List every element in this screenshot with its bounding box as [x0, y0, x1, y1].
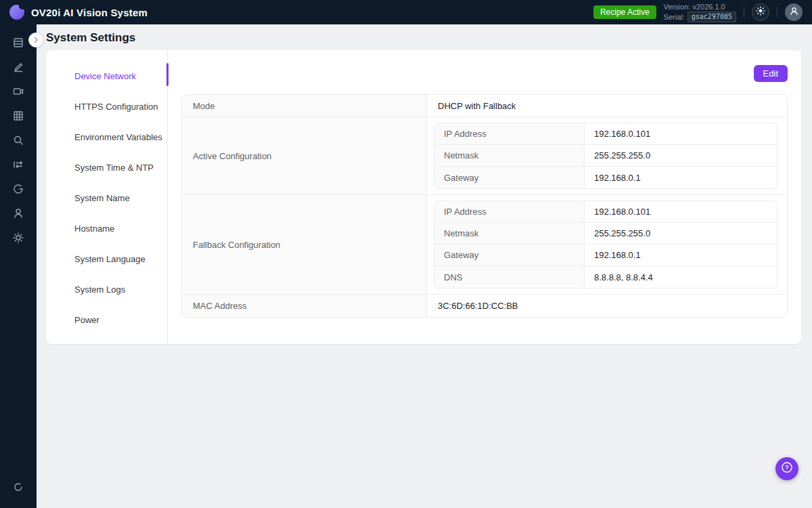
table-row-fallback-configuration: Fallback Configuration IP Address 192.16…: [182, 195, 787, 295]
version-text: Version: v2026.1.0: [664, 2, 736, 12]
menu-item-system-time-ntp[interactable]: System Time & NTP: [46, 152, 167, 183]
nav-search-icon[interactable]: [6, 128, 30, 152]
menu-item-label: Power: [74, 315, 99, 325]
menu-item-power[interactable]: Power: [46, 305, 167, 335]
settings-menu: Device Network HTTPS Configuration Envir…: [46, 50, 168, 344]
row-label: Active Configuration: [182, 117, 427, 194]
field-label: DNS: [434, 266, 585, 288]
menu-item-https-configuration[interactable]: HTTPS Configuration: [46, 91, 167, 122]
menu-item-hostname[interactable]: Hostname: [46, 213, 167, 244]
network-settings-table: Mode DHCP with Fallback Active Configura…: [181, 94, 788, 318]
topbar-divider: [777, 7, 777, 18]
subtable-row-ip-address: IP Address 192.168.0.101: [434, 123, 777, 145]
fallback-configuration-subtable: IP Address 192.168.0.101 Netmask 255.255…: [434, 200, 777, 289]
field-value: 192.168.0.101: [585, 123, 777, 144]
row-value: DHCP with Fallback: [427, 95, 787, 117]
serial-value: gsac297085: [687, 12, 736, 22]
field-label: Gateway: [434, 245, 585, 266]
question-mark-icon: ?: [780, 461, 794, 477]
subtable-row-netmask: Netmask 255.255.255.0: [434, 223, 777, 245]
field-value: 8.8.8.8, 8.8.4.4: [585, 266, 777, 288]
menu-item-label: System Language: [74, 254, 145, 264]
theme-toggle-button[interactable]: [752, 3, 769, 21]
menu-item-label: System Logs: [74, 284, 125, 295]
field-label: IP Address: [434, 201, 585, 222]
menu-item-label: System Name: [74, 193, 130, 203]
row-label: Fallback Configuration: [182, 195, 427, 294]
nav-grid-icon[interactable]: [6, 104, 30, 128]
device-network-panel: Edit Mode DHCP with Fallback Active Conf…: [168, 50, 801, 344]
topbar-divider: [744, 7, 744, 18]
menu-item-system-language[interactable]: System Language: [46, 244, 167, 274]
row-value: 3C:6D:66:1D:CC:BB: [427, 295, 787, 317]
sidebar-expand-button[interactable]: [28, 33, 43, 47]
field-value: 192.168.0.1: [585, 245, 777, 266]
nav-users-icon[interactable]: [6, 201, 30, 226]
sun-icon: [756, 6, 765, 18]
row-label: Mode: [182, 95, 427, 117]
menu-item-label: Environment Variables: [74, 132, 162, 142]
table-row-mac-address: MAC Address 3C:6D:66:1D:CC:BB: [182, 295, 787, 317]
nav-power-cycle-icon[interactable]: [6, 177, 30, 201]
app-title: OV20i AI Vision System: [31, 7, 148, 18]
help-button[interactable]: ?: [775, 457, 798, 480]
active-configuration-subtable: IP Address 192.168.0.101 Netmask 255.255…: [434, 123, 777, 189]
nav-camera-icon[interactable]: [6, 79, 30, 104]
table-row-mode: Mode DHCP with Fallback: [182, 95, 787, 117]
subtable-row-dns: DNS 8.8.8.8, 8.8.4.4: [434, 266, 777, 288]
field-value: 192.168.0.1: [585, 167, 777, 188]
menu-item-label: System Time & NTP: [74, 163, 154, 173]
field-value: 255.255.255.0: [585, 223, 777, 244]
user-icon: [789, 6, 799, 19]
field-value: 255.255.255.0: [585, 145, 777, 166]
nav-recipes-list-icon[interactable]: [6, 30, 30, 55]
subtable-row-ip-address: IP Address 192.168.0.101: [434, 201, 777, 223]
main-area: System Settings Device Network HTTPS Con…: [37, 24, 812, 508]
top-bar: OV20i AI Vision System Recipe Active Ver…: [0, 0, 812, 24]
menu-item-system-logs[interactable]: System Logs: [46, 274, 167, 305]
svg-text:?: ?: [785, 463, 789, 471]
menu-item-label: Hostname: [74, 224, 114, 234]
page-title: System Settings: [46, 31, 135, 45]
nav-io-flow-icon[interactable]: [6, 152, 30, 177]
nav-edit-icon[interactable]: [6, 55, 30, 79]
field-value: 192.168.0.101: [585, 201, 777, 222]
menu-item-environment-variables[interactable]: Environment Variables: [46, 122, 167, 152]
subtable-row-netmask: Netmask 255.255.255.0: [434, 145, 777, 167]
user-avatar-button[interactable]: [785, 3, 803, 21]
nav-settings-gear-icon[interactable]: [6, 226, 30, 250]
subtable-row-gateway: Gateway 192.168.0.1: [434, 167, 777, 188]
menu-item-device-network[interactable]: Device Network: [46, 61, 167, 91]
menu-item-label: HTTPS Configuration: [74, 102, 158, 112]
table-row-active-configuration: Active Configuration IP Address 192.168.…: [182, 117, 787, 195]
left-nav-rail: [0, 24, 37, 508]
field-label: IP Address: [434, 123, 585, 144]
settings-card: Device Network HTTPS Configuration Envir…: [46, 50, 801, 344]
field-label: Gateway: [434, 167, 585, 188]
subtable-row-gateway: Gateway 192.168.0.1: [434, 245, 777, 266]
row-label: MAC Address: [182, 295, 427, 317]
recipe-active-badge: Recipe Active: [593, 5, 656, 19]
version-serial-block: Version: v2026.1.0 Serial: gsac297085: [664, 2, 736, 23]
field-label: Netmask: [434, 223, 585, 244]
edit-button[interactable]: Edit: [754, 65, 788, 82]
field-label: Netmask: [434, 145, 585, 166]
chevron-right-icon: [32, 34, 39, 46]
menu-item-system-name[interactable]: System Name: [46, 183, 167, 213]
refresh-spinner-icon[interactable]: [6, 475, 30, 499]
app-logo: [9, 5, 24, 20]
menu-item-label: Device Network: [74, 71, 136, 81]
serial-label: Serial:: [664, 12, 685, 22]
